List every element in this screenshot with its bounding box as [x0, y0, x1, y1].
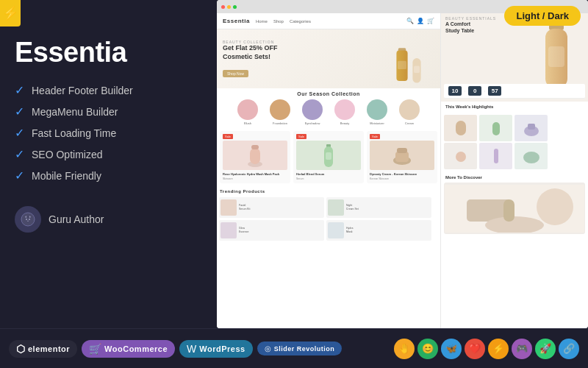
- trending-item-2[interactable]: NightCream Set: [326, 197, 431, 218]
- svg-rect-9: [250, 148, 260, 164]
- feature-item: ✓ Mobile Friendly: [15, 169, 202, 183]
- icon-circle-7: 🚀: [535, 339, 556, 359]
- slider-label: Slider Revolution: [274, 345, 335, 353]
- light-dark-badge[interactable]: Light / Dark: [504, 6, 581, 26]
- trending-item-image: [220, 222, 237, 238]
- hero-cta-button[interactable]: Shop Now: [223, 70, 248, 77]
- comfort-headline: A ComfortStudy Table: [445, 21, 496, 34]
- bolt-icon: ⚡: [0, 0, 21, 26]
- countdown-minutes: 0: [468, 86, 481, 96]
- nav-home[interactable]: Home: [256, 19, 268, 24]
- icon-circle-4: ❤️: [465, 339, 485, 359]
- highlights-grid: [441, 112, 588, 172]
- check-icon-4: ✓: [15, 147, 24, 161]
- social-icon-group: 🤚 😊 🦋 ❤️ ⚡ 🎮 🚀 🔗: [394, 339, 579, 359]
- slider-revolution-logo: ◎ Slider Revolution: [257, 342, 343, 355]
- product-title: Essentia: [15, 37, 202, 68]
- feature-label-3: Fast Loading Time: [32, 127, 116, 139]
- check-icon-2: ✓: [15, 105, 24, 118]
- svg-rect-21: [492, 122, 500, 135]
- store-navigation: Essentia Home Shop Categories 🔍 👤 🛒: [217, 13, 440, 29]
- features-list: ✓ Header Footer Builder ✓ MegaMenu Build…: [15, 83, 202, 190]
- feature-item: ✓ Fast Loading Time: [15, 126, 202, 140]
- product-label: Eyeshadow: [305, 121, 320, 125]
- wp-label: WordPress: [199, 344, 245, 353]
- comfort-title-block: Beauty Essentials A ComfortStudy Table: [445, 16, 496, 34]
- countdown-colon: :: [465, 89, 465, 93]
- sale-badge: Sale: [370, 134, 380, 139]
- svg-rect-10: [251, 145, 259, 149]
- product-card-type-3: Korean Skincare: [370, 177, 434, 180]
- wp-icon: W: [187, 343, 196, 355]
- product-label: Beauty: [340, 121, 349, 125]
- hero-headline: Get Flat 25% OFFCosmetic Sets!: [223, 44, 278, 61]
- highlight-item-5[interactable]: [479, 143, 512, 169]
- sale-badge: Sale: [223, 134, 233, 139]
- product-card-1[interactable]: Sale Rose Hyaluronic Hydra Wash Mask Pac…: [220, 131, 290, 183]
- woo-label: WooCommerce: [104, 344, 168, 353]
- product-thumb-foundation[interactable]: Foundation: [265, 99, 295, 125]
- elementor-icon: ⬡: [16, 343, 25, 355]
- search-icon[interactable]: 🔍: [406, 18, 414, 24]
- svg-rect-19: [548, 46, 564, 67]
- svg-rect-20: [456, 121, 466, 135]
- highlight-item-3[interactable]: [514, 115, 548, 141]
- wordpress-logo: W WordPress: [179, 340, 253, 358]
- highlights-row-2: [444, 143, 585, 169]
- trending-item-1[interactable]: FacialSerum Kit: [219, 197, 324, 218]
- product-card-type-2: Serum: [296, 177, 361, 180]
- woocommerce-logo: 🛒 WooCommerce: [82, 340, 175, 358]
- feature-item: ✓ MegaMenu Builder: [15, 105, 202, 118]
- highlight-item-4[interactable]: [444, 143, 477, 169]
- product-label: Cream: [405, 121, 414, 125]
- icon-circle-6: 🎮: [512, 339, 532, 359]
- product-thumb-blush[interactable]: Blush: [233, 99, 262, 125]
- svg-rect-5: [398, 61, 406, 69]
- browser-dot-yellow: [227, 5, 231, 9]
- nav-categories[interactable]: Categories: [290, 19, 311, 24]
- trending-products-grid: FacialSerum Kit NightCream Set GlowEssen…: [217, 195, 440, 243]
- trending-item-text: GlowEssence: [239, 227, 248, 234]
- trending-item-4[interactable]: HydraMask: [326, 220, 431, 241]
- highlight-item-6[interactable]: [514, 143, 548, 169]
- product-thumb-beauty[interactable]: Beauty: [330, 99, 359, 125]
- product-card-image-2: [296, 141, 361, 170]
- countdown-bar: 10 : 0 : 57: [444, 84, 585, 99]
- preview-columns: Essentia Home Shop Categories 🔍 👤 🛒: [217, 13, 588, 328]
- highlight-item-1[interactable]: [444, 115, 477, 141]
- trending-item-3[interactable]: GlowEssence: [219, 220, 324, 241]
- elementor-label: elementor: [28, 344, 70, 353]
- icon-circle-5: ⚡: [488, 339, 509, 359]
- nav-shop[interactable]: Shop: [273, 19, 284, 24]
- product-card-2[interactable]: Sale Herbal Blend Serum Serum: [293, 131, 364, 183]
- svg-rect-7: [414, 66, 420, 73]
- account-icon[interactable]: 👤: [417, 18, 424, 24]
- comfort-section: Beauty Essentials A ComfortStudy Table 1…: [441, 13, 588, 102]
- check-icon-1: ✓: [15, 83, 24, 97]
- product-thumb-eyeshadow[interactable]: Eyeshadow: [298, 99, 327, 125]
- store-action-icons: 🔍 👤 🛒: [406, 18, 434, 24]
- svg-rect-24: [456, 152, 466, 162]
- svg-rect-23: [528, 124, 535, 130]
- guru-author-label: Guru Author: [49, 213, 104, 225]
- product-thumb-cream[interactable]: Cream: [395, 99, 424, 125]
- product-card-image-3: [370, 141, 434, 170]
- countdown-hours: 10: [448, 86, 462, 96]
- product-circle: [367, 99, 387, 120]
- guru-badge-icon: [15, 206, 41, 233]
- woo-icon: 🛒: [89, 343, 101, 355]
- product-circle: [399, 99, 420, 120]
- product-card-name-1: Rose Hyaluronic Hydra Wash Mask Pack: [223, 172, 287, 176]
- hero-product-image: [389, 37, 426, 88]
- highlight-item-2[interactable]: [479, 115, 512, 141]
- left-panel: Essentia ✓ Header Footer Builder ✓ MegaM…: [0, 0, 217, 368]
- product-card-3[interactable]: Sale Dynasty Cream - Korean Skincare Kor…: [367, 131, 437, 183]
- cart-icon[interactable]: 🛒: [427, 18, 434, 24]
- icon-circle-1: 🤚: [394, 339, 415, 359]
- countdown-colon2: :: [484, 89, 485, 93]
- feature-item: ✓ Header Footer Builder: [15, 83, 202, 97]
- trending-item-text: HydraMask: [346, 227, 353, 234]
- product-thumb-moisturizer[interactable]: Moisturizer: [362, 99, 392, 125]
- svg-point-1: [26, 219, 27, 220]
- feature-label-5: Mobile Friendly: [32, 170, 101, 182]
